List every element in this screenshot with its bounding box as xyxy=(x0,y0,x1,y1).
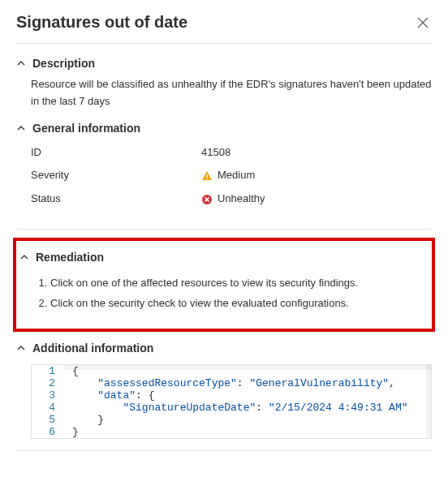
scrollbar-vertical[interactable] xyxy=(426,365,431,438)
chevron-up-icon xyxy=(16,58,26,68)
section-toggle-general[interactable]: General information xyxy=(16,117,432,140)
info-value-text: 41508 xyxy=(201,144,230,161)
line-number: 5 xyxy=(32,414,64,426)
section-toggle-remediation[interactable]: Remediation xyxy=(19,246,429,269)
info-label: ID xyxy=(31,144,201,161)
info-row: ID41508 xyxy=(31,141,432,165)
code-content: "assessedResourceType": "GeneralVulnerab… xyxy=(64,377,395,389)
code-line: 3 "data": { xyxy=(32,389,431,402)
info-row: StatusUnhealthy xyxy=(31,187,432,211)
section-toggle-description[interactable]: Description xyxy=(16,52,432,75)
remediation-body: Click on one of the affected resources t… xyxy=(19,269,429,320)
line-number: 6 xyxy=(32,426,64,438)
section-title-general: General information xyxy=(32,122,140,135)
info-label: Status xyxy=(31,191,201,208)
chevron-up-icon xyxy=(16,123,26,133)
svg-rect-0 xyxy=(206,174,207,178)
description-body: Resource will be classified as unhealthy… xyxy=(16,75,432,117)
code-line: 4 "SignatureUpdateDate": "2/15/2024 4:49… xyxy=(32,402,431,414)
general-body: ID41508SeverityMediumStatusUnhealthy xyxy=(16,140,432,217)
code-line: 6} xyxy=(32,426,431,438)
info-value: Medium xyxy=(201,167,255,184)
scrollbar-horizontal[interactable] xyxy=(64,365,431,370)
info-label: Severity xyxy=(31,167,201,184)
code-viewer[interactable]: 1{2 "assessedResourceType": "GeneralVuln… xyxy=(31,364,432,439)
info-value-text: Medium xyxy=(218,167,255,184)
warning-icon xyxy=(201,170,213,182)
info-value-text: Unhealthy xyxy=(218,191,265,208)
info-row: SeverityMedium xyxy=(31,164,432,187)
section-title-remediation: Remediation xyxy=(36,251,104,264)
chevron-up-icon xyxy=(19,252,29,262)
divider xyxy=(16,229,432,230)
chevron-up-icon xyxy=(16,343,26,353)
info-value: 41508 xyxy=(201,144,230,161)
remediation-step: Click on one of the affected resources t… xyxy=(50,273,429,294)
line-number: 3 xyxy=(32,389,64,402)
divider xyxy=(16,43,432,44)
code-line: 5 } xyxy=(32,414,431,426)
line-number: 2 xyxy=(32,377,64,389)
code-content: "SignatureUpdateDate": "2/15/2024 4:49:3… xyxy=(64,402,408,414)
error-icon xyxy=(201,194,213,205)
line-number: 1 xyxy=(32,365,64,377)
info-value: Unhealthy xyxy=(201,191,265,208)
section-title-additional: Additional information xyxy=(32,342,153,355)
page-title: Signatures out of date xyxy=(16,13,187,32)
code-content: "data": { xyxy=(64,389,154,402)
code-line: 2 "assessedResourceType": "GeneralVulner… xyxy=(32,377,431,389)
line-number: 4 xyxy=(32,402,64,414)
section-toggle-additional[interactable]: Additional information xyxy=(16,337,432,359)
close-icon xyxy=(417,17,429,28)
remediation-steps: Click on one of the affected resources t… xyxy=(34,273,429,314)
divider xyxy=(16,450,432,451)
remediation-highlight: Remediation Click on one of the affected… xyxy=(13,238,435,332)
remediation-step: Click on the security check to view the … xyxy=(50,294,429,314)
section-title-description: Description xyxy=(32,57,95,70)
code-content: } xyxy=(64,426,79,438)
svg-rect-1 xyxy=(206,178,207,178)
code-content: } xyxy=(64,414,104,426)
close-button[interactable] xyxy=(414,14,432,32)
